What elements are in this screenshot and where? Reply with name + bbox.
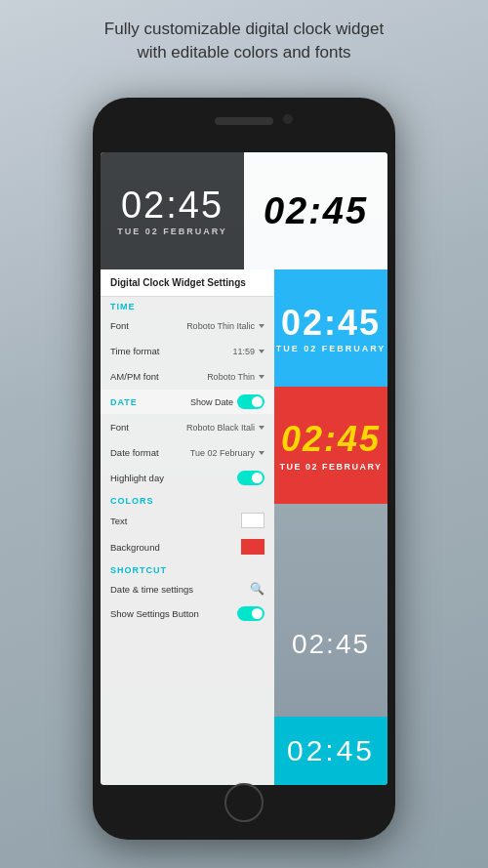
time-format-row[interactable]: Time format 11:59 <box>101 339 274 364</box>
phone-camera <box>283 114 293 124</box>
widget-blue: 02:45 TUE 02 FEBRUARY <box>274 269 387 387</box>
clock-orange-date: TUE 02 FEBRUARY <box>279 462 382 472</box>
clock-blue-date: TUE 02 FEBRUARY <box>276 344 386 353</box>
text-color-swatch[interactable] <box>241 513 264 528</box>
text-color-label: Text <box>110 516 241 526</box>
header-text: Fully customizable digital clock widget … <box>0 18 488 64</box>
settings-title: Digital Clock Widget Settings <box>101 269 274 297</box>
clock-city-time: 02:45 <box>292 629 370 660</box>
background-color-row[interactable]: Background <box>101 534 274 560</box>
widget-right-area: 02:45 TUE 02 FEBRUARY 02:45 TUE 02 FEBRU… <box>274 269 387 785</box>
show-settings-button-label: Show Settings Button <box>110 608 237 619</box>
clock-blue-time: 02:45 <box>281 303 381 344</box>
widget-cyan: 02:45 <box>274 717 387 785</box>
search-icon[interactable]: 🔍 <box>250 582 264 596</box>
text-color-row[interactable]: Text <box>101 508 274 534</box>
clock-cyan-time: 02:45 <box>287 734 375 767</box>
date-time-settings-label: Date & time settings <box>110 584 250 595</box>
date-time-settings-row[interactable]: Date & time settings 🔍 <box>101 577 274 601</box>
date-format-label: Date format <box>110 447 190 458</box>
clock-orange-time: 02:45 <box>281 419 381 460</box>
phone-frame: 02:45 TUE 02 FEBRUARY 02:45 Digital Cloc… <box>93 98 395 840</box>
background-color-swatch[interactable] <box>241 539 264 555</box>
show-settings-toggle[interactable] <box>237 606 264 621</box>
font-row[interactable]: Font Roboto Thin Italic <box>101 313 274 339</box>
time-format-dropdown-arrow <box>259 350 264 353</box>
widget-row-top: 02:45 TUE 02 FEBRUARY 02:45 <box>101 152 387 269</box>
clock-white-time: 02:45 <box>264 192 368 229</box>
section-date-header: DATE <box>110 397 190 407</box>
date-font-label: Font <box>110 422 186 433</box>
date-font-dropdown-arrow <box>259 426 264 430</box>
widget-city-bottom: 02:45 02:45 <box>274 504 387 785</box>
time-format-value: 11:59 <box>232 347 264 356</box>
section-colors-header: COLORS <box>101 491 274 508</box>
settings-panel: Digital Clock Widget Settings TIME Font … <box>101 269 274 785</box>
widget-orange: 02:45 TUE 02 FEBRUARY <box>274 387 387 504</box>
clock-dark-date: TUE 02 FEBRUARY <box>117 227 227 236</box>
highlight-day-row[interactable]: Highlight day <box>101 466 274 491</box>
font-label: Font <box>110 320 186 331</box>
header-line2: with editable colors and fonts <box>39 41 449 64</box>
date-font-value: Roboto Black Itali <box>186 423 264 433</box>
ampm-label: AM/PM font <box>110 371 207 382</box>
date-font-row[interactable]: Font Roboto Black Itali <box>101 415 274 440</box>
ampm-row[interactable]: AM/PM font Roboto Thin <box>101 364 274 390</box>
time-format-label: Time format <box>110 346 232 356</box>
show-date-label: Show Date <box>190 397 233 407</box>
font-dropdown-arrow <box>259 324 264 328</box>
phone-home-button[interactable] <box>224 783 264 822</box>
clock-dark-time: 02:45 <box>121 186 224 224</box>
date-format-row[interactable]: Date format Tue 02 February <box>101 440 274 466</box>
section-time-header: TIME <box>101 297 274 313</box>
ampm-value: Roboto Thin <box>207 372 264 382</box>
phone-screen: 02:45 TUE 02 FEBRUARY 02:45 Digital Cloc… <box>101 152 387 785</box>
widget-white: 02:45 <box>244 152 387 269</box>
section-shortcut-header: SHORTCUT <box>101 560 274 577</box>
font-value: Roboto Thin Italic <box>186 321 264 331</box>
header-line1: Fully customizable digital clock widget <box>39 18 449 41</box>
widget-dark: 02:45 TUE 02 FEBRUARY <box>101 152 244 269</box>
highlight-day-label: Highlight day <box>110 473 237 483</box>
phone-speaker <box>215 117 273 125</box>
show-date-toggle[interactable] <box>237 394 264 409</box>
ampm-dropdown-arrow <box>259 375 264 379</box>
background-color-label: Background <box>110 542 241 553</box>
date-section-row: DATE Show Date <box>101 390 274 415</box>
date-format-value: Tue 02 February <box>190 448 264 458</box>
highlight-day-toggle[interactable] <box>237 471 264 485</box>
show-settings-button-row[interactable]: Show Settings Button <box>101 601 274 627</box>
date-format-dropdown-arrow <box>259 451 264 455</box>
